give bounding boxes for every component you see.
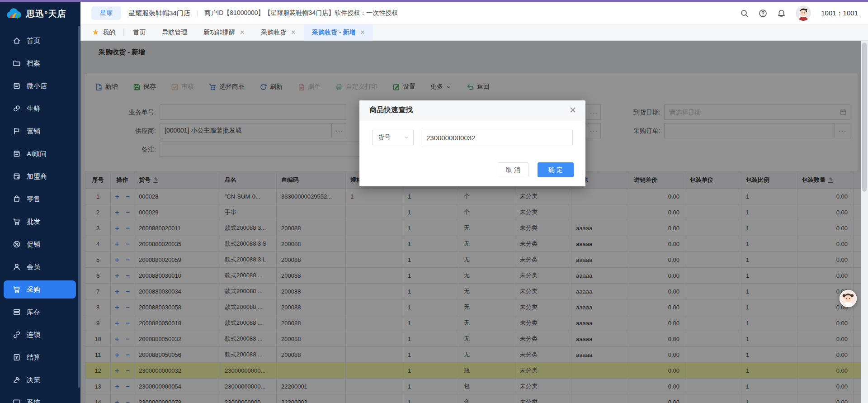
close-tab-icon[interactable]: ✕ (291, 29, 296, 36)
sidebar-item-2[interactable]: 档案 (0, 52, 80, 75)
tab-label: 导航管理 (162, 28, 187, 37)
fresh-icon (13, 104, 21, 113)
sidebar-item-17[interactable]: 系统 (0, 391, 80, 403)
sidebar-item-label: 采购 (27, 285, 40, 294)
tab-2[interactable]: 导航管理 (154, 24, 195, 40)
sidebar-item-label: 生鲜 (27, 104, 40, 113)
sidebar-item-label: 库存 (27, 308, 40, 317)
sidebar-item-15[interactable]: 结算 (0, 346, 80, 369)
tab-divider (123, 28, 124, 36)
search-field-select[interactable]: 货号 (372, 130, 414, 145)
help-icon[interactable] (759, 9, 767, 18)
tab-favorites[interactable]: ★ 我的 (80, 24, 123, 40)
tab-4[interactable]: 采购收货✕ (253, 24, 304, 40)
sidebar-item-13[interactable]: 库存 (0, 301, 80, 323)
bell-icon[interactable] (777, 9, 786, 18)
logo-cloud-icon (5, 7, 24, 21)
close-icon[interactable]: ✕ (569, 106, 576, 114)
star-icon: ★ (92, 28, 99, 37)
cancel-button[interactable]: 取 消 (498, 162, 528, 177)
tab-label: 新功能提醒 (203, 28, 235, 37)
sidebar-item-label: 连锁 (27, 331, 40, 339)
search-field-value: 货号 (378, 133, 391, 142)
cart-icon (13, 285, 21, 294)
search-query-input[interactable] (421, 130, 573, 145)
tab-1[interactable]: 首页 (125, 24, 154, 40)
sidebar-item-label: 批发 (27, 218, 40, 226)
sidebar-item-label: AI顾问 (27, 150, 47, 158)
favorites-label: 我的 (103, 28, 115, 37)
content-scrollbar[interactable] (861, 41, 868, 403)
tab-label: 采购收货 (261, 28, 286, 37)
assistant-avatar[interactable] (840, 290, 857, 307)
franchise-icon (13, 172, 21, 180)
sidebar-item-1[interactable]: 首页 (0, 29, 80, 52)
logo-text: 思迅°天店 (26, 8, 66, 20)
user-avatar[interactable] (796, 5, 811, 21)
search-icon[interactable] (740, 9, 749, 18)
top-header: 星耀 星耀服装鞋帽34门店 | 商户ID【81000000】【星耀服装鞋帽34门… (80, 2, 868, 24)
sidebar-nav: 首页档案微小店生鲜营销AI顾问加盟商零售批发促销会员采购库存连锁结算决策系统 (0, 29, 80, 403)
window-accent-strip (0, 0, 868, 2)
dialog-body: 货号 (372, 130, 573, 145)
sidebar-item-16[interactable]: 决策 (0, 369, 80, 391)
folder-icon (13, 59, 21, 67)
sidebar: 思迅°天店 首页档案微小店生鲜营销AI顾问加盟商零售批发促销会员采购库存连锁结算… (0, 2, 80, 403)
sidebar-item-5[interactable]: 营销 (0, 120, 80, 142)
modal-backdrop (80, 41, 861, 403)
close-tab-icon[interactable]: ✕ (360, 29, 365, 36)
sidebar-scrollbar[interactable] (78, 26, 80, 388)
main-content: 采购收货 - 新增 新增保存审核选择商品刷新删单自定义打印设置更多返回 业务单号… (80, 41, 861, 403)
plan-badge[interactable]: 星耀 (91, 6, 121, 20)
tab-label: 首页 (133, 28, 146, 37)
sidebar-item-label: 档案 (27, 59, 40, 68)
header-separator: | (197, 9, 198, 17)
shop-icon (13, 82, 21, 90)
merchant-info: 商户ID【81000000】【星耀服装鞋帽34门店】软件授权：一次性授权 (204, 9, 398, 17)
tab-label: 采购收货 - 新增 (312, 28, 355, 37)
sidebar-item-label: 加盟商 (27, 172, 47, 181)
header-actions: 1001：1001 (740, 5, 858, 21)
dialog-title: 商品快速查找 (369, 105, 413, 115)
store-name: 星耀服装鞋帽34门店 (128, 9, 190, 18)
sidebar-item-label: 零售 (27, 195, 40, 204)
sidebar-item-10[interactable]: 促销 (0, 233, 80, 256)
tab-5[interactable]: 采购收货 - 新增✕ (304, 24, 373, 40)
tab-bar: ★ 我的 首页导航管理新功能提醒✕采购收货✕采购收货 - 新增✕ (80, 24, 868, 41)
sidebar-item-14[interactable]: 连锁 (0, 323, 80, 346)
quick-search-dialog: 商品快速查找 ✕ 货号 取 消 确 定 (359, 100, 585, 186)
sidebar-item-4[interactable]: 生鲜 (0, 97, 80, 120)
dialog-footer: 取 消 确 定 (498, 162, 574, 177)
sidebar-item-3[interactable]: 微小店 (0, 75, 80, 97)
settle-icon (13, 353, 21, 361)
gavel-icon (13, 376, 21, 384)
link-icon (13, 331, 21, 339)
bag-icon (13, 195, 21, 203)
sidebar-item-label: 决策 (27, 376, 40, 384)
advisor-icon (13, 150, 21, 158)
app-window: 思迅°天店 首页档案微小店生鲜营销AI顾问加盟商零售批发促销会员采购库存连锁结算… (0, 0, 868, 403)
sidebar-item-6[interactable]: AI顾问 (0, 142, 80, 165)
sidebar-item-8[interactable]: 零售 (0, 188, 80, 210)
flag-icon (13, 127, 21, 135)
sidebar-item-label: 结算 (27, 353, 40, 362)
user-id: 1001：1001 (821, 9, 858, 18)
close-tab-icon[interactable]: ✕ (240, 29, 245, 36)
sidebar-item-label: 促销 (27, 240, 40, 249)
content-scrollbar-thumb[interactable] (862, 43, 867, 192)
monitor-icon (13, 398, 21, 403)
tab-3[interactable]: 新功能提醒✕ (195, 24, 253, 40)
app-logo: 思迅°天店 (0, 2, 80, 26)
sidebar-item-label: 微小店 (27, 82, 47, 90)
confirm-button[interactable]: 确 定 (538, 162, 574, 177)
promo-icon (13, 240, 21, 248)
sidebar-item-label: 系统 (27, 398, 40, 403)
person-icon (13, 263, 21, 271)
sidebar-item-9[interactable]: 批发 (0, 210, 80, 233)
chevron-down-icon (404, 135, 409, 140)
stack-icon (13, 308, 21, 316)
sidebar-item-7[interactable]: 加盟商 (0, 165, 80, 188)
sidebar-item-label: 会员 (27, 263, 40, 271)
sidebar-item-11[interactable]: 会员 (0, 256, 80, 278)
sidebar-item-12[interactable]: 采购 (0, 278, 80, 301)
